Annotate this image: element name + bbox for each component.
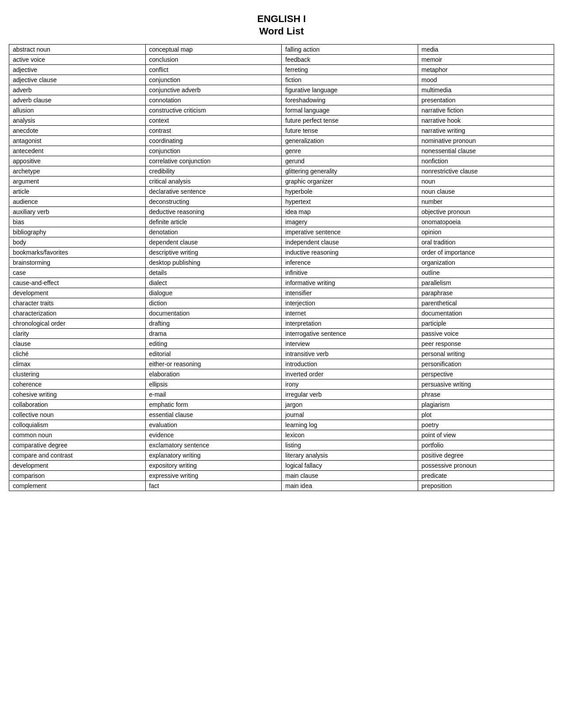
table-cell: narrative fiction [418, 105, 554, 116]
table-cell: organization [418, 258, 554, 268]
table-cell: characterization [9, 308, 146, 319]
table-cell: details [145, 268, 282, 278]
table-cell: media [418, 45, 554, 55]
table-cell: narrative writing [418, 126, 554, 136]
table-cell: development [9, 461, 146, 471]
table-cell: generalization [282, 136, 418, 146]
table-cell: clause [9, 339, 146, 349]
table-cell: imagery [282, 217, 418, 227]
table-cell: literary analysis [282, 450, 418, 461]
table-cell: interview [282, 339, 418, 349]
table-cell: common noun [9, 430, 146, 440]
table-cell: bookmarks/favorites [9, 248, 146, 258]
table-cell: either-or reasoning [145, 359, 282, 369]
table-cell: exclamatory sentence [145, 440, 282, 450]
table-cell: persuasive writing [418, 379, 554, 390]
table-cell: hyperbole [282, 187, 418, 197]
table-cell: descriptive writing [145, 248, 282, 258]
table-cell: intensifier [282, 288, 418, 298]
table-cell: declarative sentence [145, 187, 282, 197]
table-cell: future tense [282, 126, 418, 136]
table-cell: glittering generality [282, 166, 418, 176]
table-cell: ferreting [282, 65, 418, 75]
table-cell: article [9, 187, 146, 197]
table-cell: adverb [9, 85, 146, 95]
table-cell: essential clause [145, 410, 282, 420]
table-cell: perspective [418, 369, 554, 379]
table-cell: denotation [145, 227, 282, 237]
table-cell: imperative sentence [282, 227, 418, 237]
table-cell: presentation [418, 95, 554, 105]
table-cell: participle [418, 319, 554, 329]
table-cell: fiction [282, 75, 418, 85]
table-cell: conceptual map [145, 45, 282, 55]
table-cell: multimedia [418, 85, 554, 95]
word-list-table: abstract nounconceptual mapfalling actio… [9, 44, 554, 491]
table-cell: intransitive verb [282, 349, 418, 359]
table-cell: elaboration [145, 369, 282, 379]
table-cell: coherence [9, 379, 146, 390]
table-cell: credibility [145, 166, 282, 176]
table-cell: clustering [9, 369, 146, 379]
table-cell: noun clause [418, 187, 554, 197]
table-cell: conjunction [145, 75, 282, 85]
table-cell: lexicon [282, 430, 418, 440]
table-cell: inverted order [282, 369, 418, 379]
table-cell: number [418, 197, 554, 207]
table-cell: audience [9, 197, 146, 207]
table-cell: coordinating [145, 136, 282, 146]
table-cell: ellipsis [145, 379, 282, 390]
table-cell: dialogue [145, 288, 282, 298]
table-cell: nominative pronoun [418, 136, 554, 146]
table-cell: feedback [282, 55, 418, 65]
table-cell: active voice [9, 55, 146, 65]
table-cell: conflict [145, 65, 282, 75]
table-cell: falling action [282, 45, 418, 55]
table-cell: preposition [418, 481, 554, 491]
table-cell: explanatory writing [145, 450, 282, 461]
table-cell: comparative degree [9, 440, 146, 450]
table-cell: documentation [418, 308, 554, 319]
table-cell: listing [282, 440, 418, 450]
table-cell: deductive reasoning [145, 207, 282, 217]
table-cell: drafting [145, 319, 282, 329]
table-cell: independent clause [282, 237, 418, 248]
table-cell: genre [282, 146, 418, 156]
table-cell: critical analysis [145, 176, 282, 187]
table-cell: mood [418, 75, 554, 85]
table-cell: interrogative sentence [282, 329, 418, 339]
table-cell: cliché [9, 349, 146, 359]
table-cell: nonrestrictive clause [418, 166, 554, 176]
table-cell: passive voice [418, 329, 554, 339]
table-cell: clarity [9, 329, 146, 339]
table-cell: noun [418, 176, 554, 187]
table-cell: analysis [9, 116, 146, 126]
table-cell: conjunction [145, 146, 282, 156]
table-cell: nonessential clause [418, 146, 554, 156]
table-cell: expressive writing [145, 471, 282, 481]
table-cell: internet [282, 308, 418, 319]
table-cell: auxiliary verb [9, 207, 146, 217]
table-cell: editorial [145, 349, 282, 359]
table-cell: climax [9, 359, 146, 369]
table-cell: graphic organizer [282, 176, 418, 187]
table-cell: figurative language [282, 85, 418, 95]
table-cell: hypertext [282, 197, 418, 207]
table-cell: compare and contrast [9, 450, 146, 461]
table-cell: fact [145, 481, 282, 491]
table-cell: constructive criticism [145, 105, 282, 116]
table-cell: journal [282, 410, 418, 420]
table-cell: logical fallacy [282, 461, 418, 471]
table-cell: conjunctive adverb [145, 85, 282, 95]
table-cell: irony [282, 379, 418, 390]
table-cell: jargon [282, 400, 418, 410]
table-cell: bias [9, 217, 146, 227]
table-cell: body [9, 237, 146, 248]
table-cell: desktop publishing [145, 258, 282, 268]
table-cell: plot [418, 410, 554, 420]
table-cell: adjective [9, 65, 146, 75]
table-cell: nonfiction [418, 156, 554, 166]
table-cell: plagiarism [418, 400, 554, 410]
table-cell: context [145, 116, 282, 126]
table-cell: interjection [282, 298, 418, 308]
